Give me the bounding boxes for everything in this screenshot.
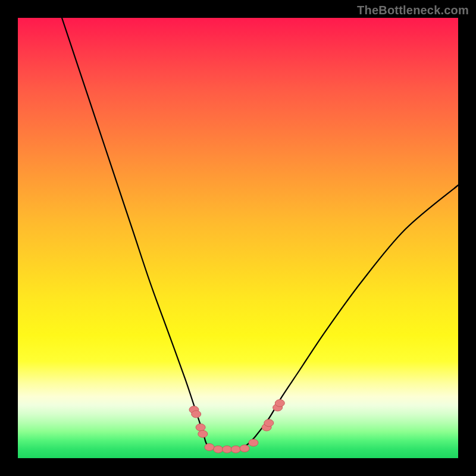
- outer-frame: TheBottleneck.com: [0, 0, 476, 476]
- watermark-text: TheBottleneck.com: [357, 4, 469, 17]
- plot-gradient-background: [18, 18, 458, 458]
